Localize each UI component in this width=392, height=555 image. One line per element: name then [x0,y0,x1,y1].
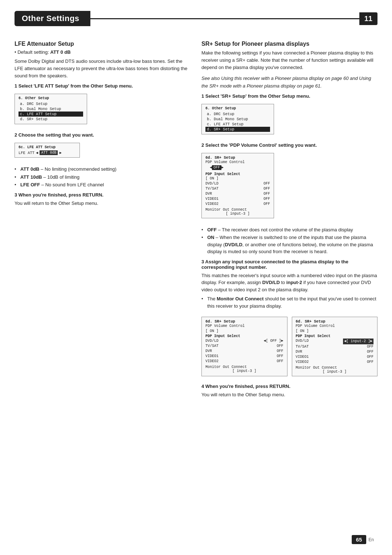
lfe-screen1-item3: d. SR+ Setup [19,117,83,122]
pdp-monitor-val: [ input-3 ] [205,212,270,216]
sr-step1: 1 Select 'SR+ Setup' from the Other Setu… [201,93,377,138]
lfe-step3-header: 3 When you're finished, press RETURN. [15,192,191,198]
lfe-bullet-1: ATT 10dB – 10dB of limiting [15,174,191,181]
right-column: SR+ Setup for Pioneer plasma displays Ma… [201,41,377,403]
lfe-screen1-item1: b. Dual Mono Setup [19,106,83,112]
sr-step2-screen: 6d. SR+ Setup PDP Volume Control ◄OFF► P… [201,153,274,218]
dual-left-row-video1: VIDEO1OFF [205,354,283,359]
lfe-screen2-title: 6c. LFE ATT Setup [19,145,76,149]
dual-left-volume-on: [ ON ] [205,329,283,333]
lfe-step2-screen: 6c. LFE ATT Setup LFE ATT ◄ ATT 0dB ► [15,143,80,158]
dual-right-row-video2: VIDEO2OFF [296,360,374,365]
main-content: LFE Attenuator Setup • Default setting: … [15,41,377,403]
header-divider [90,18,359,19]
lfe-step3-body: You will return to the Other Setup menu. [15,200,191,207]
lfe-default-value: ATT 0 dB [50,49,71,55]
dual-right-volume-label: PDP Volume Control [296,324,374,328]
pdp-volume-off-selected: ◄OFF► [205,165,270,171]
page-number-bar: 65 En [352,535,374,544]
sr-step2-header: 2 Select the 'PDP Volume Control' settin… [201,142,377,148]
sr-section-title: SR+ Setup for Pioneer plasma displays [201,41,377,47]
lfe-default-label: • Default setting: ATT 0 dB [15,49,191,55]
lfe-step3: 3 When you're finished, press RETURN. Yo… [15,192,191,207]
dual-left-row-tvsat: TV/SATOFF [205,344,283,349]
lfe-body-text: Some Dolby Digital and DTS audio sources… [15,58,191,80]
left-column: LFE Attenuator Setup • Default setting: … [15,41,191,403]
dual-right-input-section: PDP Input Select [296,334,374,338]
pdp-row-tvsat: TV/SATOFF [205,186,270,191]
dual-screen-left: 6d. SR+ Setup PDP Volume Control [ ON ] … [201,317,287,376]
sr-bullet-on: ON – When the receiver is switched to on… [201,234,377,255]
sr-step3-bullet: The Monitor Out Connect should be set to… [201,295,377,309]
pdp-row-video2: VIDEO2OFF [205,202,270,207]
dual-screen-right: 6d. SR+ Setup PDP Volume Control [ ON ] … [292,317,378,376]
dual-left-monitor-label: Monitor Out Connect [205,365,283,369]
sr-step1-screen: 6. Other Setup a. DRC Setup b. Dual Mono… [201,104,274,134]
sr-screen1-title: 6. Other Setup [205,106,270,110]
sr-step4-header: 4 When you're finished, press RETURN. [201,384,377,389]
lfe-screen2-row: LFE ATT ◄ ATT 0dB ► [19,150,76,155]
sr-step4: 4 When you're finished, press RETURN. Yo… [201,384,377,398]
chapter-number: 11 [359,12,377,25]
sr-body1: Make the following settings if you have … [201,49,377,71]
page-lang: En [368,537,374,542]
sr-step3: 3 Assign any input source connected to t… [201,259,377,310]
dual-left-row-dvdld: DVD/LD◄[ OFF ]► [205,339,283,344]
sr-step3-body1: This matches the receiver's input source… [201,272,377,293]
dual-left-row-video2: VIDEO2OFF [205,359,283,364]
dual-right-volume-on: [ ON ] [296,329,374,333]
sr-bullet-off: OFF – The receiver does not control the … [201,226,377,234]
lfe-bullet-0: ATT 0dB – No limiting (recommended setti… [15,166,191,173]
dual-right-monitor-label: Monitor Out Connect [296,366,374,370]
lfe-step2: 2 Choose the setting that you want. 6c. … [15,132,191,161]
dual-left-monitor-val: [ input-3 ] [205,369,283,373]
sr-step2: 2 Select the 'PDP Volume Control' settin… [201,142,377,222]
sr-step1-header: 1 Select 'SR+ Setup' from the Other Setu… [201,93,377,99]
dual-left-input-section: PDP Input Select [205,334,283,338]
lfe-arrow-right: ► [59,151,61,155]
dual-left-row-dvr: DVROFF [205,349,283,354]
chapter-title: Other Settings [15,11,90,26]
pdp-row-dvr: DVROFF [205,191,270,197]
sr-step4-body: You will return to the Other Setup menu. [201,391,377,398]
lfe-arrow-left: ◄ [36,151,38,155]
pdp-input-section: PDP Input Select [205,172,270,176]
sr-see-also: See also Using this receiver with a Pion… [201,75,377,89]
pdp-title: 6d. SR+ Setup [205,155,270,160]
lfe-step1-screen: 6. Other Setup a. DRC Setup b. Dual Mono… [15,94,87,124]
sr-step3-header: 3 Assign any input source connected to t… [201,259,377,270]
lfe-att-value: ATT 0dB [40,150,58,155]
header-bar: Other Settings 11 [15,11,377,26]
lfe-att-label: LFE ATT [19,151,34,155]
dual-right-row-dvdld: DVD/LD◄[ input-2 ]► [296,339,374,344]
lfe-step2-header: 2 Choose the setting that you want. [15,132,191,138]
dual-right-monitor-val: [ input-3 ] [296,370,374,374]
sr-screen1-item2: c. LFE ATT Setup [205,122,270,127]
dual-screens: 6d. SR+ Setup PDP Volume Control [ ON ] … [201,314,377,380]
dual-left-title: 6d. SR+ Setup [205,319,283,324]
dual-right-row-video1: VIDEO1OFF [296,355,374,360]
dual-left-volume-label: PDP Volume Control [205,324,283,328]
pdp-volume-label: PDP Volume Control [205,160,270,164]
pdp-row-video1: VIDEO1OFF [205,197,270,202]
pdp-input-bracket: [ ON ] [205,177,270,181]
sr-bullet-list: OFF – The receiver does not control the … [201,226,377,255]
lfe-bullet-list: ATT 0dB – No limiting (recommended setti… [15,166,191,189]
lfe-screen1-item0: a. DRC Setup [19,101,83,106]
lfe-screen1-title: 6. Other Setup [19,96,83,100]
dual-right-row-tvsat: TV/SATOFF [296,344,374,349]
pdp-row-dvdld: DVD/LDOFF [205,181,270,186]
dual-right-title: 6d. SR+ Setup [296,319,374,324]
dual-right-row-dvr: DVROFF [296,349,374,355]
sr-step3-bullet-list: The Monitor Out Connect should be set to… [201,295,377,309]
lfe-screen1-item2: c. LFE ATT Setup [19,112,83,117]
lfe-section-title: LFE Attenuator Setup [15,41,191,47]
page-number: 65 [352,535,367,544]
sr-screen1-item1: b. Dual Mono Setup [205,117,270,122]
sr-screen1-item0: a. DRC Setup [205,112,270,117]
sr-screen1-item3: d. SR+ Setup [205,127,270,132]
lfe-bullet-2: LFE OFF – No sound from LFE channel [15,181,191,189]
pdp-monitor-label: Monitor Out Connect [205,208,270,212]
lfe-step1: 1 Select 'LFE ATT Setup' from the Other … [15,83,191,128]
lfe-step1-header: 1 Select 'LFE ATT Setup' from the Other … [15,83,191,89]
